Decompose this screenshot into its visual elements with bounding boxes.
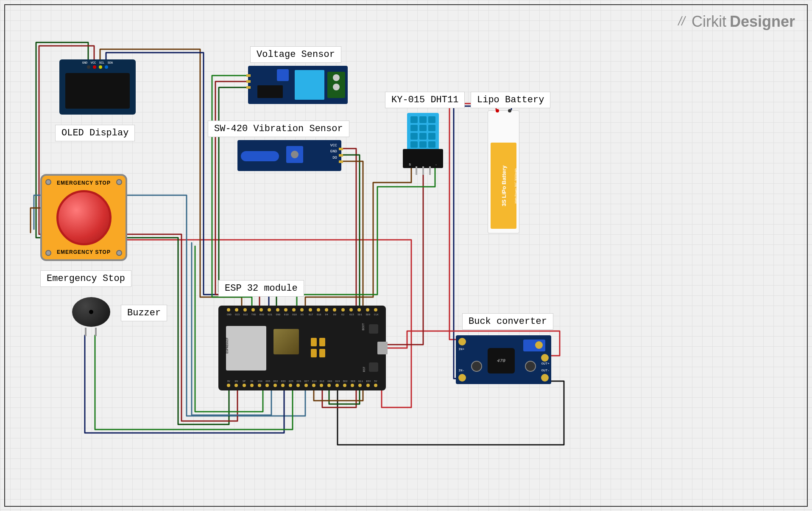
label-buzzer: Buzzer <box>121 305 167 321</box>
component-voltage-sensor[interactable] <box>248 66 348 104</box>
esp32-reset-button[interactable] <box>369 362 378 372</box>
buck-potentiometer[interactable] <box>523 340 545 351</box>
esp32-usb-port <box>377 342 388 354</box>
component-esp32[interactable]: ESPRESSIF BOOT RST GND023022TXDRXD021GND… <box>218 306 386 390</box>
oled-screen <box>65 73 130 109</box>
label-esp32: ESP 32 module <box>218 280 304 297</box>
label-lipo: Lipo Battery <box>471 92 550 108</box>
brand-word-b: Designer <box>730 13 795 31</box>
esp32-qr-chip <box>273 329 299 354</box>
estop-button[interactable] <box>56 190 112 245</box>
esp32-boot-button[interactable] <box>369 324 378 334</box>
label-dht: KY-015 DHT11 <box>385 92 465 108</box>
component-buzzer[interactable] <box>72 297 114 331</box>
label-sw420: SW-420 Vibration Sensor <box>208 121 349 137</box>
component-sw420-vibration-sensor[interactable]: VCCGNDDO <box>237 140 341 171</box>
label-buck: Buck converter <box>462 313 553 330</box>
label-voltage-sensor: Voltage Sensor <box>250 46 341 63</box>
label-estop: Emergency Stop <box>40 270 131 287</box>
logo-icon <box>676 16 688 28</box>
buck-inductor <box>488 348 515 373</box>
component-lipo-battery[interactable]: 3S LiPo Battery High Power 30C 3000mAh <box>488 110 519 233</box>
brand-word-a: Cirkit <box>692 13 726 31</box>
component-dht11[interactable]: S- <box>403 113 443 168</box>
app-logo: Cirkit Designer <box>676 13 795 31</box>
component-emergency-stop[interactable]: EMERGENCY STOP EMERGENCY STOP <box>40 174 127 261</box>
component-oled-display[interactable]: GNDVCCSCLSDA <box>59 59 136 115</box>
label-oled: OLED Display <box>55 125 135 141</box>
component-buck-converter[interactable]: IN+ IN- OUT+ OUT- <box>456 335 551 384</box>
esp32-shield: ESPRESSIF <box>226 326 266 371</box>
